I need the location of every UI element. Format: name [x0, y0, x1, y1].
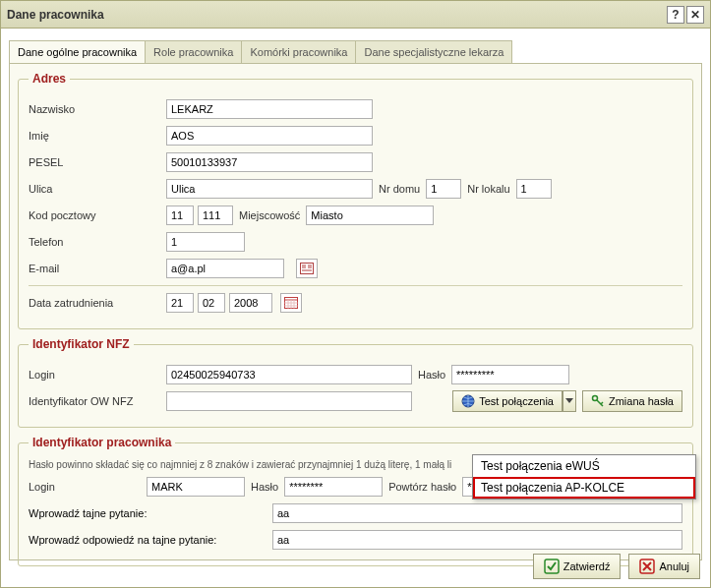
- emp-password-label: Hasło: [245, 481, 284, 493]
- nfz-login-input[interactable]: [166, 365, 412, 384]
- postcode1-input[interactable]: [166, 206, 194, 225]
- employee-data-window: Dane pracownika ? ✕ Dane ogólne pracowni…: [0, 0, 711, 588]
- check-icon: [544, 559, 560, 574]
- firstname-label: Imię: [29, 130, 166, 142]
- city-label: Miejscowość: [233, 209, 306, 221]
- globe-icon: [461, 394, 475, 408]
- nfz-legend: Identyfikator NFZ: [29, 337, 134, 351]
- postcode2-input[interactable]: [198, 206, 233, 225]
- hiredate-label: Data zatrudnienia: [29, 297, 166, 309]
- key-icon: [591, 394, 605, 408]
- surname-input[interactable]: [166, 99, 373, 119]
- cancel-label: Anuluj: [659, 560, 689, 572]
- email-card-button[interactable]: [296, 259, 318, 278]
- nfz-ow-label: Identyfikator OW NFZ: [29, 395, 166, 407]
- svg-line-16: [601, 402, 603, 404]
- houseno-input[interactable]: [426, 179, 461, 199]
- emp-login-label: Login: [29, 481, 147, 493]
- employee-id-legend: Identyfikator pracownika: [29, 436, 175, 449]
- tabs: Dane ogólne pracownika Role pracownika K…: [1, 29, 710, 63]
- test-connection-menu: Test połączenia eWUŚ Test połączenia AP-…: [472, 454, 696, 500]
- nfz-login-label: Login: [29, 369, 166, 381]
- tab-cells[interactable]: Komórki pracownika: [241, 40, 356, 63]
- test-connection-label: Test połączenia: [479, 395, 554, 407]
- flatno-label: Nr lokalu: [461, 183, 515, 195]
- calendar-icon: [284, 297, 298, 309]
- tab-general[interactable]: Dane ogólne pracownika: [9, 40, 146, 63]
- hiredate-month-input[interactable]: [198, 293, 225, 313]
- window-title: Dane pracownika: [7, 8, 665, 22]
- secret-answer-input[interactable]: [272, 530, 682, 550]
- cross-icon: [639, 559, 655, 574]
- close-button[interactable]: ✕: [686, 6, 704, 24]
- tab-roles[interactable]: Role pracownika: [145, 40, 242, 63]
- address-legend: Adres: [29, 72, 70, 86]
- chevron-down-icon: [565, 398, 573, 404]
- email-input[interactable]: [166, 259, 284, 278]
- card-icon: [300, 263, 314, 274]
- confirm-button[interactable]: Zatwierdź: [533, 554, 622, 579]
- hiredate-day-input[interactable]: [166, 293, 194, 313]
- footer-buttons: Zatwierdź Anuluj: [533, 554, 700, 579]
- nfz-password-label: Hasło: [412, 369, 451, 381]
- change-password-label: Zmiana hasła: [609, 395, 674, 407]
- street-input[interactable]: [166, 179, 373, 199]
- test-connection-dropdown-button[interactable]: [563, 390, 576, 412]
- flatno-input[interactable]: [516, 179, 552, 199]
- city-input[interactable]: [306, 206, 434, 225]
- street-label: Ulica: [29, 183, 166, 195]
- pesel-label: PESEL: [29, 156, 166, 168]
- secret-question-label: Wprowadź tajne pytanie:: [29, 507, 272, 519]
- secret-answer-label: Wprowadź odpowiedź na tajne pytanie:: [29, 534, 272, 546]
- emp-login-input[interactable]: [147, 477, 245, 497]
- tab-panel-general: Adres Nazwisko Imię PESEL Ulica Nr domu …: [9, 63, 702, 560]
- pesel-input[interactable]: [166, 152, 373, 172]
- phone-input[interactable]: [166, 232, 245, 252]
- svg-rect-0: [301, 264, 314, 274]
- nfz-ow-input[interactable]: [166, 391, 412, 411]
- menu-item-ewus[interactable]: Test połączenia eWUŚ: [473, 455, 695, 477]
- address-group: Adres Nazwisko Imię PESEL Ulica Nr domu …: [18, 72, 693, 329]
- confirm-label: Zatwierdź: [563, 560, 611, 572]
- cancel-button[interactable]: Anuluj: [628, 554, 700, 579]
- firstname-input[interactable]: [166, 126, 373, 146]
- emp-password-input[interactable]: [284, 477, 383, 497]
- change-password-button[interactable]: Zmiana hasła: [582, 390, 682, 412]
- help-button[interactable]: ?: [667, 6, 684, 24]
- phone-label: Telefon: [29, 236, 166, 248]
- nfz-password-input[interactable]: [451, 365, 569, 384]
- menu-item-apkolce[interactable]: Test połączenia AP-KOLCE: [473, 477, 695, 499]
- calendar-button[interactable]: [280, 293, 302, 313]
- postcode-label: Kod pocztowy: [29, 209, 166, 221]
- secret-question-input[interactable]: [272, 503, 682, 523]
- houseno-label: Nr domu: [373, 183, 426, 195]
- nfz-group: Identyfikator NFZ Login Hasło Identyfika…: [18, 337, 693, 428]
- test-connection-button[interactable]: Test połączenia: [452, 390, 563, 412]
- email-label: E-mail: [29, 263, 166, 274]
- svg-point-14: [592, 396, 597, 401]
- hiredate-year-input[interactable]: [229, 293, 272, 313]
- tab-specialist[interactable]: Dane specjalistyczne lekarza: [355, 40, 512, 63]
- titlebar: Dane pracownika ? ✕: [1, 1, 710, 29]
- emp-repeat-password-label: Powtórz hasło: [383, 481, 462, 493]
- surname-label: Nazwisko: [29, 103, 166, 115]
